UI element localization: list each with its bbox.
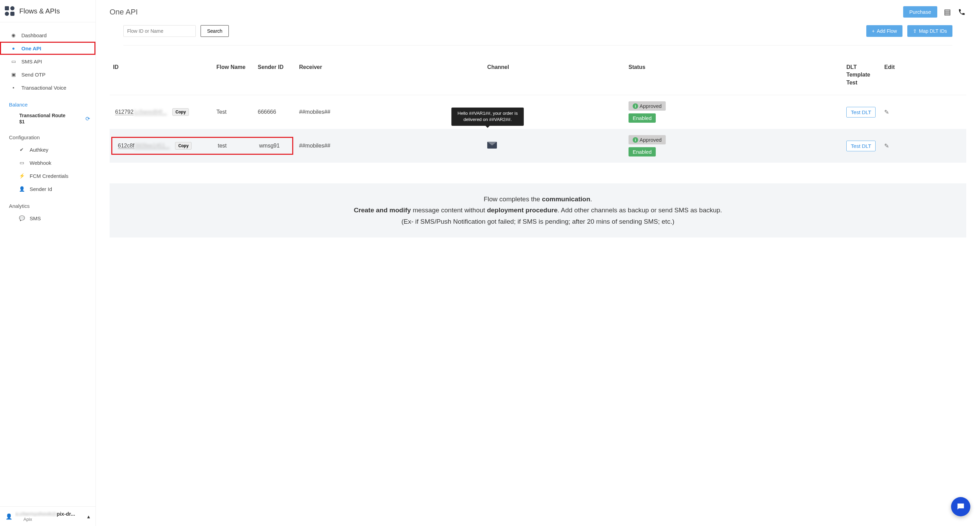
sidebar: Flows & APIs ◉ Dashboard ● One API ▭ SMS… [0,0,96,526]
info-icon: i [633,104,638,109]
id-visible: 612c8f [118,143,134,148]
status-label: Approved [640,103,662,109]
status-enabled[interactable]: Enabled [628,113,656,123]
row-id-box: 6127921c9aeed84f... Copy [113,106,210,118]
refresh-icon[interactable]: ⟳ [86,115,90,122]
flow-name: Test [213,95,254,129]
sidebar-item-one-api[interactable]: ● One API [0,42,95,55]
sidebar-footer[interactable]: 👤 o.chernyshovk@pix-dr... Apix ▴ [0,506,95,526]
info-icon: i [633,137,638,143]
briefcase-icon: ▣ [10,71,16,78]
config-item-authkey[interactable]: ✔ Authkey [0,143,95,156]
col-dlt: DLT Template Test [843,56,881,95]
config-item-webhook[interactable]: ▭ Webhook [0,156,95,169]
chevron-up-icon: ▴ [87,513,90,520]
envelope-icon[interactable] [487,142,497,148]
analytics-item-label: SMS [30,215,41,221]
document-icon[interactable]: ▤ [943,8,952,16]
col-id: ID [110,56,213,95]
config-item-label: Authkey [30,147,48,153]
sidebar-item-label: Dashboard [21,32,90,38]
receiver: ##mobiles## [296,129,484,163]
upload-icon: ⇪ [913,28,917,34]
toolbar: Search + Add Flow ⇪ Map DLT IDs [123,22,953,46]
topbar: One API Purchase ▤ [96,0,980,22]
edit-icon[interactable]: ✎ [884,109,889,115]
info-text: Flow completes the [484,195,542,203]
flow-id[interactable]: 6127921c9aeed84f... [115,109,167,115]
main: One API Purchase ▤ Search + Add Flow ⇪ M… [96,0,980,526]
card-icon: ▭ [19,159,25,166]
app-logo-icon [5,6,14,16]
bolt-icon: ⚡ [19,173,25,179]
highlighted-row-group: 612c8f3609ee1451... Copy test wmsg91 [113,139,291,153]
id-visible: 612792 [115,109,134,115]
configuration-header: Configuration [0,127,95,143]
col-receiver: Receiver [296,56,484,95]
analytics-item-sms[interactable]: 💬 SMS [0,212,95,225]
chat-square-icon: ▪ [10,84,16,91]
id-blurred: 3609ee1451... [134,143,170,148]
config-item-label: Sender Id [30,186,52,192]
sidebar-item-label: One API [21,46,90,51]
search-button[interactable]: Search [200,25,229,37]
col-status: Status [625,56,843,95]
balance-text: Transactional Route $1 [19,112,86,125]
test-dlt-button[interactable]: Test DLT [846,107,876,118]
info-text-bold: communication [542,195,590,203]
balance-block: Transactional Route $1 ⟳ [0,110,95,127]
col-sender-id: Sender ID [254,56,296,95]
config-item-label: FCM Credentials [30,173,68,179]
circle-user-icon: ● [10,45,16,51]
sidebar-item-sms-api[interactable]: ▭ SMS API [0,55,95,68]
config-item-sender-id[interactable]: 👤 Sender Id [0,182,95,195]
info-box: Flow completes the communication. Create… [110,183,966,237]
config-item-fcm[interactable]: ⚡ FCM Credentials [0,169,95,182]
sidebar-item-label: Transactional Voice [21,85,90,91]
sender-id: 666666 [254,95,296,129]
phone-icon[interactable] [957,8,966,16]
purchase-button[interactable]: Purchase [903,6,937,18]
user-email-blurred: o.chernyshovk@ [15,511,57,517]
info-text: . Add other channels as backup or send S… [558,206,722,214]
chat-fab[interactable] [951,497,970,516]
chat-icon: 💬 [19,215,25,221]
sidebar-item-dashboard[interactable]: ◉ Dashboard [0,29,95,42]
message-tooltip: Hello ##VAR1##, your order is delivered … [452,108,524,126]
flows-table: ID Flow Name Sender ID Receiver Channel … [110,56,966,163]
map-dlt-button[interactable]: ⇪ Map DLT IDs [907,25,953,37]
sender-id: wmsg91 [259,143,287,149]
shield-icon: ✔ [19,147,25,153]
sidebar-item-label: Send OTP [21,72,90,78]
copy-button[interactable]: Copy [175,142,192,150]
flow-name: test [218,143,252,149]
content: Search + Add Flow ⇪ Map DLT IDs ID Flow … [96,22,980,526]
config-item-label: Webhook [30,160,51,166]
sidebar-nav: ◉ Dashboard ● One API ▭ SMS API ▣ Send O… [0,22,95,506]
add-flow-button[interactable]: + Add Flow [866,25,902,37]
balance-header: Balance [0,94,95,110]
sidebar-title: Flows & APIs [19,7,60,15]
sidebar-item-transactional-voice[interactable]: ▪ Transactional Voice [0,81,95,94]
status-enabled[interactable]: Enabled [628,147,656,156]
map-dlt-label: Map DLT IDs [919,28,947,34]
sidebar-item-label: SMS API [21,59,90,64]
balance-route: Transactional Route [19,113,65,118]
flow-id[interactable]: 612c8f3609ee1451... [118,143,170,149]
test-dlt-button[interactable]: Test DLT [846,140,876,151]
copy-button[interactable]: Copy [172,108,189,116]
info-text: (Ex- if SMS/Push Notification got failed… [123,216,953,227]
gauge-icon: ◉ [10,32,16,38]
user-icon: 👤 [5,513,13,520]
info-text: . [590,195,592,203]
edit-icon[interactable]: ✎ [884,143,889,149]
status-stack: iApproved Enabled [628,101,839,123]
search-input[interactable] [123,25,196,37]
add-flow-label: Add Flow [877,28,897,34]
person-search-icon: 👤 [19,186,25,192]
sidebar-item-send-otp[interactable]: ▣ Send OTP [0,68,95,81]
user-email: o.chernyshovk@pix-dr... [15,511,84,517]
user-org: Apix [15,517,84,522]
analytics-header: Analytics [0,195,95,212]
card-icon: ▭ [10,58,16,64]
